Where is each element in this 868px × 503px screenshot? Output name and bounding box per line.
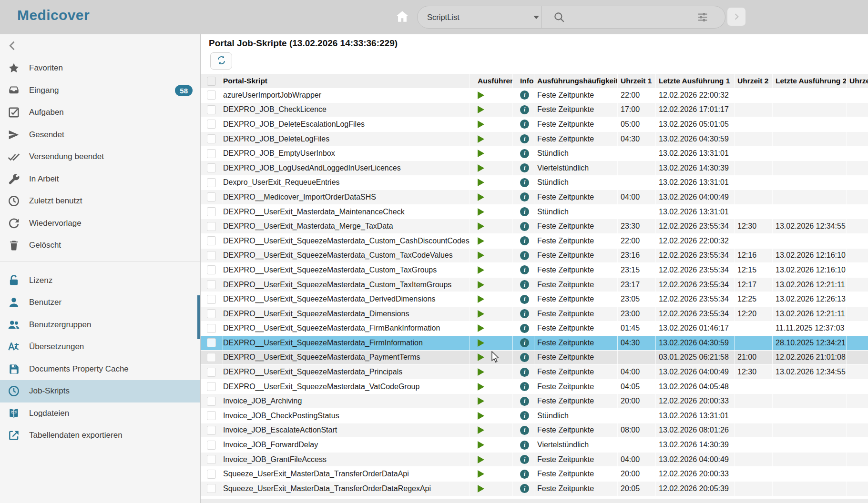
info-icon[interactable]: i <box>520 251 529 260</box>
info-icon[interactable]: i <box>520 207 529 216</box>
sidebar-collapse-chevron-left-icon[interactable] <box>6 39 20 53</box>
sidebar-item-lizenz[interactable]: Lizenz <box>0 270 200 292</box>
row-checkbox[interactable] <box>207 353 216 362</box>
table-row[interactable]: Invoice_JOB_ArchivingiFeste Zeitpunkte20… <box>201 394 868 409</box>
search-scope-dropdown[interactable]: ScriptList <box>418 6 541 28</box>
info-icon[interactable]: i <box>520 236 529 245</box>
table-row[interactable]: DEXPRO__UserExit_SqueezeMasterdata_Deriv… <box>201 292 868 307</box>
table-row[interactable]: Invoice_JOB_EscalateActionStartiFeste Ze… <box>201 423 868 438</box>
row-checkbox[interactable] <box>207 222 216 231</box>
row-checkbox[interactable] <box>207 236 216 245</box>
row-checkbox[interactable] <box>207 192 216 201</box>
info-icon[interactable]: i <box>520 105 529 114</box>
table-row[interactable]: DEXPRO__UserExit_SqueezeMasterdata_FirmI… <box>201 336 868 351</box>
table-row[interactable]: DEXPRO__UserExit_Masterdata_MaintenanceC… <box>201 205 868 220</box>
row-checkbox[interactable] <box>207 382 216 391</box>
sidebar-item-aufgaben[interactable]: Aufgaben <box>0 101 200 124</box>
table-row[interactable]: Invoice_JOB_CheckPostingStatusiStündlich… <box>201 409 868 423</box>
table-row[interactable]: Dexpro_UserExit_RequeueEntriesiStündlich… <box>201 176 868 191</box>
table-row[interactable]: DEXPRO_JOB_EmptyUserInboxiStündlich13.02… <box>201 146 868 161</box>
table-row[interactable]: DEXPRO__UserExit_SqueezeMasterdata_Princ… <box>201 365 868 380</box>
row-checkbox[interactable] <box>207 105 216 114</box>
home-icon[interactable] <box>395 9 410 24</box>
info-icon[interactable]: i <box>520 484 529 493</box>
sidebar-item-job-skripts[interactable]: Job-Skripts <box>0 380 200 402</box>
run-script-play-icon[interactable] <box>478 106 484 113</box>
sidebar-item-in-arbeit[interactable]: In Arbeit <box>0 168 200 191</box>
column-header[interactable]: Letzte Ausführung 1 <box>656 74 735 88</box>
row-checkbox[interactable] <box>207 309 216 318</box>
select-all-checkbox[interactable] <box>207 77 216 86</box>
sidebar-item-zuletzt-benutzt[interactable]: Zuletzt benutzt <box>0 190 200 212</box>
row-checkbox[interactable] <box>207 484 216 493</box>
column-header[interactable]: Ausführen <box>470 74 513 88</box>
row-checkbox[interactable] <box>207 163 216 172</box>
info-icon[interactable]: i <box>520 149 529 158</box>
run-script-play-icon[interactable] <box>478 456 484 463</box>
refresh-button[interactable] <box>210 52 232 70</box>
table-row[interactable]: DEXPRO__UserExit_SqueezeMasterdata_Custo… <box>201 234 868 249</box>
sidebar-item-versendung-beendet[interactable]: Versendung beendet <box>0 146 200 168</box>
run-script-play-icon[interactable] <box>478 397 484 405</box>
run-script-play-icon[interactable] <box>478 339 484 347</box>
horizontal-scrollbar[interactable] <box>201 499 868 503</box>
info-icon[interactable]: i <box>520 265 529 274</box>
table-row[interactable]: DEXPRO__UserExit_SqueezeMasterdata_Custo… <box>201 263 868 278</box>
run-script-play-icon[interactable] <box>478 353 484 361</box>
filter-sliders-icon[interactable] <box>696 10 709 24</box>
table-row[interactable]: DEXPRO_JOB_LogUsedAndLoggedInUserLicence… <box>201 161 868 176</box>
search-input[interactable] <box>569 8 694 26</box>
info-icon[interactable]: i <box>520 134 529 143</box>
sidebar-item-benutzer[interactable]: Benutzer <box>0 292 200 314</box>
row-checkbox[interactable] <box>207 207 216 216</box>
info-icon[interactable]: i <box>520 324 529 333</box>
info-icon[interactable]: i <box>520 470 529 479</box>
info-icon[interactable]: i <box>520 397 529 406</box>
run-script-play-icon[interactable] <box>478 193 484 201</box>
table-row[interactable]: Invoice_JOB_GrantFileAccessiFeste Zeitpu… <box>201 453 868 467</box>
run-script-play-icon[interactable] <box>478 208 484 216</box>
next-page-button[interactable] <box>727 8 745 26</box>
run-script-play-icon[interactable] <box>478 295 484 303</box>
table-row[interactable]: DEXPRO__UserExit_SqueezeMasterdata_VatCo… <box>201 380 868 394</box>
run-script-play-icon[interactable] <box>478 121 484 128</box>
row-checkbox[interactable] <box>207 251 216 260</box>
run-script-play-icon[interactable] <box>478 91 484 99</box>
run-script-play-icon[interactable] <box>478 485 484 493</box>
run-script-play-icon[interactable] <box>478 266 484 274</box>
info-icon[interactable]: i <box>520 91 529 100</box>
row-checkbox[interactable] <box>207 178 216 187</box>
info-icon[interactable]: i <box>520 338 529 347</box>
run-script-play-icon[interactable] <box>478 179 484 186</box>
table-row[interactable]: DEXPRO__UserExit_SqueezeMasterdata_Payme… <box>201 351 868 365</box>
table-row[interactable]: DEXPRO__UserExit_SqueezeMasterdata_Custo… <box>201 278 868 292</box>
table-row[interactable]: azureUserImportJobWrapperiFeste Zeitpunk… <box>201 88 868 103</box>
row-checkbox[interactable] <box>207 91 216 100</box>
sidebar-item-eingang[interactable]: Eingang58 <box>0 80 200 102</box>
row-checkbox[interactable] <box>207 397 216 406</box>
sidebar-item-gesendet[interactable]: Gesendet <box>0 124 200 146</box>
column-header[interactable]: Info <box>513 74 534 88</box>
column-header[interactable]: Portal-Skript <box>223 74 470 88</box>
run-script-play-icon[interactable] <box>478 164 484 172</box>
row-checkbox[interactable] <box>207 455 216 464</box>
info-icon[interactable]: i <box>520 178 529 187</box>
info-icon[interactable]: i <box>520 222 529 231</box>
sidebar-item-gelöscht[interactable]: Gelöscht <box>0 234 200 257</box>
sidebar-item-logdateien[interactable]: Logdateien <box>0 402 200 425</box>
table-row[interactable]: DEXPRO_JOB_DeleteLogFilesiFeste Zeitpunk… <box>201 132 868 147</box>
table-row[interactable]: Squeeze_UserExit_MasterData_TransferOrde… <box>201 467 868 482</box>
row-checkbox[interactable] <box>207 280 216 289</box>
info-icon[interactable]: i <box>520 455 529 464</box>
run-script-play-icon[interactable] <box>478 135 484 143</box>
info-icon[interactable]: i <box>520 353 529 362</box>
row-checkbox[interactable] <box>207 324 216 333</box>
info-icon[interactable]: i <box>520 426 529 435</box>
row-checkbox[interactable] <box>207 441 216 450</box>
run-script-play-icon[interactable] <box>478 252 484 259</box>
row-checkbox[interactable] <box>207 411 216 420</box>
run-script-play-icon[interactable] <box>478 470 484 478</box>
run-script-play-icon[interactable] <box>478 281 484 289</box>
row-checkbox[interactable] <box>207 149 216 158</box>
table-row[interactable]: DEXPRO_JOB_DeleteEscalationLogFilesiFest… <box>201 117 868 132</box>
